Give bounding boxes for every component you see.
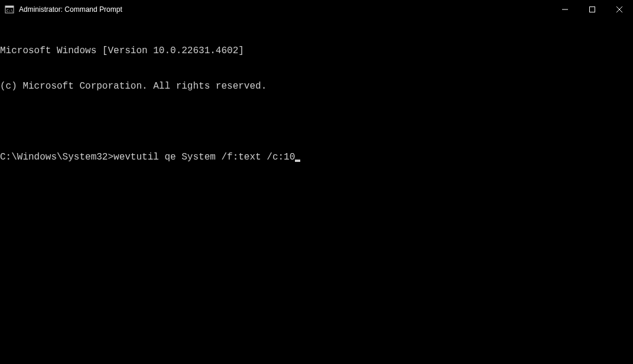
prompt-line: C:\Windows\System32>wevtutil qe System /… <box>0 151 633 163</box>
maximize-icon <box>589 6 595 12</box>
copyright-line: (c) Microsoft Corporation. All rights re… <box>0 80 633 92</box>
close-button[interactable] <box>606 0 633 19</box>
version-line: Microsoft Windows [Version 10.0.22631.46… <box>0 45 633 57</box>
close-icon <box>616 6 622 12</box>
terminal-content[interactable]: Microsoft Windows [Version 10.0.22631.46… <box>0 19 633 175</box>
svg-text:C:\: C:\ <box>7 8 13 12</box>
window-controls <box>551 0 633 19</box>
svg-rect-4 <box>590 7 595 12</box>
command-text: wevtutil qe System /f:text /c:10 <box>113 151 295 163</box>
title-bar: C:\ Administrator: Command Prompt <box>0 0 633 19</box>
maximize-button[interactable] <box>579 0 606 19</box>
minimize-button[interactable] <box>551 0 579 19</box>
cursor <box>295 160 300 162</box>
svg-rect-1 <box>5 6 14 8</box>
cmd-icon: C:\ <box>5 5 14 14</box>
prompt-text: C:\Windows\System32> <box>0 151 113 163</box>
window-title: Administrator: Command Prompt <box>19 5 122 14</box>
minimize-icon <box>562 6 568 12</box>
blank-line <box>0 116 633 128</box>
title-left: C:\ Administrator: Command Prompt <box>5 5 122 14</box>
